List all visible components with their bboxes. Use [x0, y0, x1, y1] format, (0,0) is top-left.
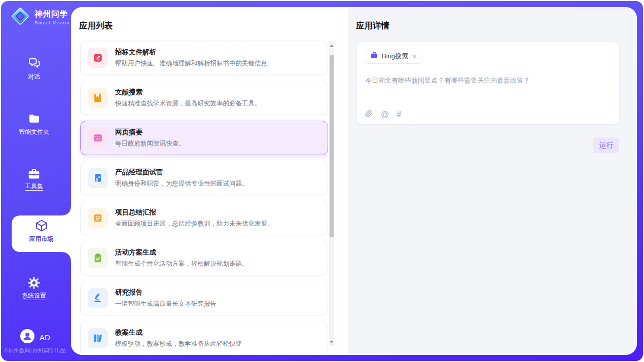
app-list-scrollbar[interactable]: [329, 42, 334, 346]
copyright-text: ©神州数码·神州问学出品: [4, 347, 71, 354]
main-content: 应用列表 招标文件解析 帮助用户快速、准确地理解和解析招标书中的关键信息: [71, 7, 637, 355]
app-card-desc: 明确身份和职责，为您提供专业性的面试问题。: [115, 179, 248, 188]
app-card-list: 招标文件解析 帮助用户快速、准确地理解和解析招标书中的关键信息 文献搜索 快速精…: [80, 41, 328, 355]
app-card-bid-doc-parsing[interactable]: 招标文件解析 帮助用户快速、准确地理解和解析招标书中的关键信息: [80, 41, 328, 75]
app-card-literature-search[interactable]: 文献搜索 快速精准查找学术资源，提高研究效率的必备工具。: [80, 81, 328, 115]
app-card-desc: 帮助用户快速、准确地理解和解析招标书中的关键信息: [115, 59, 267, 68]
pencil-square-icon: [88, 48, 108, 68]
app-card-title: 活动方案生成: [115, 248, 248, 257]
mention-icon[interactable]: @: [381, 110, 389, 119]
app-list-title: 应用列表: [79, 20, 113, 31]
note-icon: [88, 208, 108, 228]
toolbox-icon[interactable]: [0, 167, 68, 184]
app-card-title: 产品经理面试官: [115, 168, 248, 177]
chat-icon[interactable]: [0, 56, 68, 72]
tool-chip-label: Bing搜索: [382, 52, 408, 61]
brand-logo: 神州问学 Smart Vision: [10, 6, 70, 28]
app-card-webpage-summary[interactable]: </> 网页摘要 每日政府新闻资讯快查。: [80, 121, 328, 155]
app-card-pm-interviewer[interactable]: 产品经理面试官 明确身份和职责，为您提供专业性的面试问题。: [80, 161, 328, 195]
paperclip-icon[interactable]: [365, 109, 373, 120]
app-detail-panel: 应用详情 Bing搜索 × 今日湖北有哪些新闻要点？有哪些需要关注的最新政策？: [348, 7, 637, 355]
app-card-desc: 一键智能生成高质量长文本研究报告: [115, 300, 217, 308]
diamond-logo-icon: [10, 6, 30, 28]
scroll-up-arrow[interactable]: [329, 43, 334, 49]
briefcase-icon: [370, 51, 378, 61]
app-card-desc: 智能生成个性化活动方案，轻松解决规划难题。: [115, 260, 248, 268]
run-button[interactable]: 运行: [593, 137, 619, 153]
app-window: 神州问学 Smart Vision 对话 智能文件夹 工具集: [0, 0, 644, 362]
clipboard-check-icon: [88, 248, 108, 268]
app-list-panel: 应用列表 招标文件解析 帮助用户快速、准确地理解和解析招标书中的关键信息: [71, 7, 348, 355]
book-icon: [88, 88, 108, 108]
browser-window-icon: </>: [88, 128, 108, 148]
cube-icon[interactable]: [12, 219, 71, 235]
microscope-icon: [88, 288, 108, 308]
app-card-title: 教案生成: [115, 328, 242, 337]
app-card-title: 网页摘要: [115, 128, 185, 137]
scrollbar-thumb[interactable]: [330, 55, 334, 237]
sidebar-item-app-market[interactable]: 应用市场: [12, 235, 71, 243]
sidebar-item-toolset[interactable]: 工具集: [0, 182, 68, 191]
app-card-title: 研究报告: [115, 288, 217, 297]
folder-icon[interactable]: [0, 112, 68, 128]
svg-text:</>: </>: [95, 137, 101, 140]
sidebar-item-settings[interactable]: 系统设置: [0, 292, 68, 300]
gear-icon[interactable]: [0, 276, 68, 292]
app-card-desc: 快速精准查找学术资源，提高研究效率的必备工具。: [115, 99, 261, 108]
user-account[interactable]: AD: [20, 329, 50, 345]
sidebar-item-chat[interactable]: 对话: [0, 73, 68, 81]
tool-chip-bing-search[interactable]: Bing搜索 ×: [365, 49, 422, 64]
app-card-title: 项目总结汇报: [115, 208, 274, 217]
sidebar-item-smart-folder[interactable]: 智能文件夹: [0, 128, 68, 136]
input-toolbar: @ #: [365, 109, 401, 120]
brand-name: 神州问学: [34, 9, 70, 20]
app-card-research-report[interactable]: 研究报告 一键智能生成高质量长文本研究报告: [80, 281, 328, 315]
avatar: [20, 329, 34, 345]
interviewer-doc-icon: [88, 168, 108, 188]
app-card-title: 招标文件解析: [115, 48, 267, 57]
app-card-lesson-plan[interactable]: 教案生成 模板驱动，教案秒成，教学准备从此轻松快捷: [80, 321, 328, 355]
user-initials: AD: [40, 333, 50, 342]
app-card-desc: 每日政府新闻资讯快查。: [115, 139, 185, 148]
app-detail-card: Bing搜索 × 今日湖北有哪些新闻要点？有哪些需要关注的最新政策？ @ #: [356, 42, 620, 125]
brand-subtitle: Smart Vision: [34, 20, 70, 25]
books-icon: [88, 328, 108, 348]
query-text[interactable]: 今日湖北有哪些新闻要点？有哪些需要关注的最新政策？: [365, 76, 609, 85]
scroll-down-arrow[interactable]: [329, 339, 334, 345]
chip-close-icon[interactable]: ×: [413, 53, 417, 60]
app-detail-title: 应用详情: [356, 20, 389, 31]
app-card-project-summary[interactable]: 项目总结汇报 全面回顾项目进展，总结经验教训，助力未来优化发展。: [80, 201, 328, 235]
app-card-desc: 全面回顾项目进展，总结经验教训，助力未来优化发展。: [115, 220, 274, 228]
app-card-event-plan[interactable]: 活动方案生成 智能生成个性化活动方案，轻松解决规划难题。: [80, 241, 328, 275]
app-card-desc: 模板驱动，教案秒成，教学准备从此轻松快捷: [115, 340, 242, 348]
hash-icon[interactable]: #: [397, 110, 401, 119]
app-card-title: 文献搜索: [115, 88, 261, 97]
